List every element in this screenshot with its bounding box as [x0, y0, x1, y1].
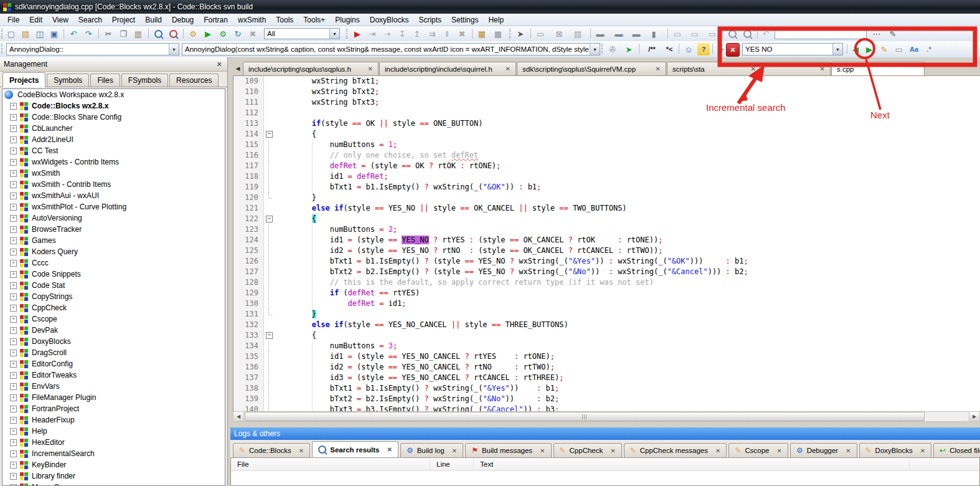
log-tab-cppcheck-messages[interactable]: ✎CppCheck messages✕ [624, 443, 727, 457]
wxsmith-grid-icon[interactable]: ▭ [706, 27, 719, 40]
code-line[interactable]: 129 if (defRet == rtYES) [233, 288, 980, 298]
fold-margin[interactable] [263, 245, 275, 256]
menu-project[interactable]: Project [107, 14, 140, 26]
debug-continue-icon[interactable]: ▶ [351, 27, 364, 40]
title-bar[interactable]: sdk\annoyingdialog.cpp [Code::Blocks wx2… [0, 0, 980, 14]
tab-close-icon[interactable]: ✕ [383, 446, 392, 453]
fold-margin[interactable]: − [263, 330, 275, 341]
code-line[interactable]: 123 numButtons = 2; [233, 224, 980, 235]
rebuild-icon[interactable]: ↻ [232, 27, 244, 40]
fold-margin[interactable]: − [263, 214, 275, 224]
expand-icon[interactable]: + [10, 204, 17, 211]
fold-margin[interactable] [263, 76, 275, 87]
code-line[interactable]: 115 numButtons = 1; [233, 140, 980, 150]
toolbar-grip[interactable] [601, 44, 605, 54]
code-line[interactable]: 113 if(style == OK || style == ONE_BUTTO… [233, 118, 980, 129]
build-target-combo[interactable]: All▼ [264, 28, 340, 39]
tree-item[interactable]: +EditorConfig [2, 358, 225, 369]
tree-item[interactable]: +FortranProject [2, 403, 225, 414]
wxsmith-vbox-icon[interactable]: ▭ [689, 27, 701, 40]
code-line[interactable]: 130 defRet = id1; [233, 298, 980, 309]
tree-item[interactable]: +HexEditor [2, 437, 225, 448]
highlight-options-icon[interactable]: ⋯ [870, 27, 883, 40]
wxsmith-dialog-icon[interactable]: ⊠ [553, 27, 565, 40]
debug-pause-icon[interactable]: ‖ [441, 27, 453, 40]
debug-info-icon[interactable]: ▩ [492, 27, 504, 40]
expand-icon[interactable]: + [10, 417, 17, 424]
expand-icon[interactable]: + [10, 226, 17, 233]
build-and-run-icon[interactable]: ⚙ [217, 27, 229, 40]
expand-icon[interactable]: + [10, 249, 17, 255]
menu-build[interactable]: Build [140, 14, 167, 26]
find-icon[interactable] [152, 27, 164, 40]
column-header-line[interactable]: Line [430, 458, 474, 470]
fold-margin[interactable] [263, 150, 275, 161]
toolbar-grip[interactable] [721, 44, 724, 54]
expand-icon[interactable]: + [10, 462, 17, 469]
code-line[interactable]: 136 id2 = (style == YES_NO_CANCEL ? rtNO… [233, 362, 980, 373]
tree-item[interactable]: +CC Test [2, 145, 225, 156]
step-into-icon[interactable]: ↧ [396, 27, 408, 40]
expand-icon[interactable]: + [10, 406, 17, 412]
code-line[interactable]: 137 id3 = (style == YES_NO_CANCEL ? rtCA… [233, 373, 980, 383]
tab-close-icon[interactable]: ✕ [362, 65, 373, 72]
code-line[interactable]: 117 defRet = (style == OK ? rtOK : rtONE… [233, 161, 980, 171]
tab-close-icon[interactable]: ✕ [814, 65, 825, 72]
scope-combo[interactable]: AnnoyingDialog::▼ [6, 43, 179, 55]
tree-item[interactable]: +MouseSap [2, 482, 225, 486]
step-out-icon[interactable]: ↥ [411, 27, 423, 40]
wxsmith-pointer-icon[interactable]: ➤ [514, 27, 527, 40]
expand-icon[interactable]: + [10, 193, 17, 199]
fold-margin[interactable] [263, 341, 275, 351]
fold-margin[interactable] [263, 171, 275, 182]
compile-icon[interactable]: ⚙ [187, 27, 199, 40]
tree-item[interactable]: +Code Stat [2, 280, 225, 291]
management-tab-files[interactable]: Files [90, 74, 120, 87]
expand-icon[interactable]: + [10, 170, 17, 177]
editor-tab[interactable]: include\scripting\sqplus\sqplus.h✕ [243, 62, 379, 75]
wxsmith-book-icon[interactable]: ▬ [630, 27, 643, 40]
fold-margin[interactable] [263, 97, 275, 108]
expand-icon[interactable]: + [10, 125, 17, 132]
fold-margin[interactable]: − [263, 129, 275, 140]
code-line[interactable]: 124 id1 = (style == YES_NO ? rtYES : (st… [233, 235, 980, 245]
zoom-out-icon[interactable] [741, 27, 753, 40]
new-file-icon[interactable]: ▢ [5, 27, 17, 40]
code-line[interactable]: 127 bTxt2 = b2.IsEmpty() ? (style == YES… [233, 267, 980, 277]
tab-close-icon[interactable]: ✕ [536, 447, 545, 454]
menu-scripts[interactable]: Scripts [413, 14, 446, 26]
code-line[interactable]: 116 // only one choice, so set defRet [233, 150, 980, 161]
fold-margin[interactable] [263, 87, 275, 97]
incsearch-prev-icon[interactable]: ◀ [849, 43, 862, 55]
tree-item[interactable]: +wxSmithAui - wxAUI [2, 190, 225, 201]
run-icon[interactable]: ▶ [202, 27, 214, 40]
expand-icon[interactable]: + [10, 372, 17, 379]
tree-item[interactable]: +BrowseTracker [2, 224, 225, 235]
expand-icon[interactable]: + [10, 338, 17, 345]
code-line[interactable]: 122− { [233, 214, 980, 224]
fold-margin[interactable] [263, 383, 275, 394]
editor-tab[interactable]: sdk\scripting\sqplus\SquirrelVM.cpp✕ [517, 62, 666, 75]
tree-item[interactable]: +Koders Query [2, 246, 225, 257]
tree-item[interactable]: +Library finder [2, 470, 225, 482]
menu-tools[interactable]: Tools+ [298, 14, 330, 26]
tree-item[interactable]: +EditorTweaks [2, 369, 225, 381]
expand-icon[interactable]: + [10, 327, 17, 334]
log-tab-build-messages[interactable]: ⚑Build messages✕ [465, 443, 551, 457]
tree-item[interactable]: +EnvVars [2, 381, 225, 392]
log-tab-doxyblocks[interactable]: ✎DoxyBlocks✕ [859, 443, 932, 457]
debugging-windows-icon[interactable]: ▦ [476, 27, 488, 40]
editor-tab[interactable]: scripts\sta✕ [667, 62, 761, 75]
tree-item[interactable]: +AutoVersioning [2, 212, 225, 224]
tree-item[interactable]: +Cscope [2, 313, 225, 325]
management-close-icon[interactable]: ✕ [215, 60, 224, 69]
tree-item[interactable]: +HeaderFixup [2, 414, 225, 426]
tab-close-icon[interactable]: ✕ [773, 447, 781, 454]
tree-item[interactable]: +DoxyBlocks [2, 336, 225, 347]
fold-margin[interactable] [263, 182, 275, 193]
expand-icon[interactable]: + [10, 159, 17, 166]
copy-icon[interactable]: ❐ [117, 27, 130, 40]
menu-debug[interactable]: Debug [167, 14, 199, 26]
scroll-right-arrow-icon[interactable]: ▶ [969, 412, 979, 421]
code-line[interactable]: 139 bTxt2 = b2.IsEmpty() ? wxString(_("&… [233, 394, 980, 404]
